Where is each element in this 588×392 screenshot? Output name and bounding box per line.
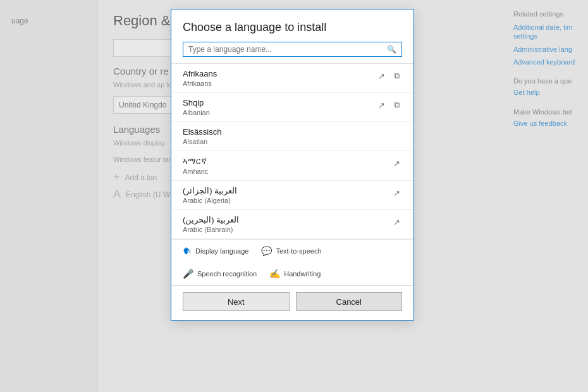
copy-lang-icon: ⧉ bbox=[391, 70, 402, 82]
lang-list-item[interactable]: العربية (الجزائر)Arabic (Algeria)↗ bbox=[171, 181, 413, 210]
lang-capability-icons: ↗⧉ bbox=[376, 99, 402, 111]
lang-capability-icons: ↗ bbox=[391, 216, 402, 228]
lang-native-name: Afrikaans bbox=[183, 80, 217, 87]
lang-native-name: Albanian bbox=[183, 109, 210, 116]
lang-list-item[interactable]: ኣማርኛAmharic↗ bbox=[171, 151, 413, 181]
lang-capability-icons: ↗⧉ bbox=[376, 70, 402, 82]
display-lang-icon: ↗ bbox=[391, 216, 402, 228]
lang-capability-icons: ↗ bbox=[391, 187, 402, 199]
copy-lang-icon: ⧉ bbox=[391, 99, 402, 111]
lang-native-name: Arabic (Bahrain) bbox=[183, 226, 239, 233]
legend-item: 🗣Display language bbox=[183, 246, 248, 256]
cancel-button[interactable]: Cancel bbox=[296, 292, 403, 311]
lang-name: العربية (الجزائر) bbox=[183, 186, 237, 195]
legend-icon: 🎤 bbox=[183, 269, 193, 279]
lang-capability-icons: ↗ bbox=[391, 157, 402, 169]
legend-icon: ✍ bbox=[269, 269, 280, 279]
legend-item: ✍Handwriting bbox=[269, 269, 321, 279]
legend-item: 🎤Speech recognition bbox=[183, 269, 257, 279]
display-lang-icon: ↗ bbox=[391, 187, 402, 199]
next-button[interactable]: Next bbox=[183, 292, 290, 311]
lang-name: Afrikaans bbox=[183, 69, 217, 78]
legend-icon: 💬 bbox=[261, 246, 272, 256]
legend-icon: 🗣 bbox=[183, 246, 192, 256]
language-list: AfrikaansAfrikaans↗⧉ShqipAlbanian↗⧉Elsäs… bbox=[171, 63, 413, 239]
language-install-dialog: Choose a language to install 🔍 Afrikaans… bbox=[171, 9, 414, 321]
legend-label: Display language bbox=[195, 247, 248, 255]
display-lang-icon: ↗ bbox=[376, 70, 387, 82]
language-search-box[interactable]: 🔍 bbox=[183, 42, 402, 57]
lang-native-name: Amharic bbox=[183, 168, 208, 175]
lang-list-item[interactable]: العربية (البحرين)Arabic (Bahrain)↗ bbox=[171, 210, 413, 239]
legend-label: Handwriting bbox=[284, 270, 321, 278]
language-search-input[interactable] bbox=[188, 45, 384, 54]
lang-name: Elsässisch bbox=[183, 127, 221, 137]
dialog-buttons: Next Cancel bbox=[171, 285, 413, 320]
lang-native-name: Arabic (Algeria) bbox=[183, 197, 237, 204]
lang-list-item[interactable]: AfrikaansAfrikaans↗⧉ bbox=[171, 64, 413, 93]
lang-list-item[interactable]: ElsässischAlsatian bbox=[171, 122, 413, 151]
legend-row: 🗣Display language💬Text-to-speech🎤Speech … bbox=[171, 239, 413, 285]
dialog-title: Choose a language to install bbox=[171, 9, 413, 42]
lang-list-item[interactable]: ShqipAlbanian↗⧉ bbox=[171, 93, 413, 122]
lang-name: ኣማርኛ bbox=[183, 156, 208, 166]
legend-label: Speech recognition bbox=[197, 270, 257, 278]
display-lang-icon: ↗ bbox=[391, 157, 402, 169]
legend-label: Text-to-speech bbox=[276, 247, 321, 255]
lang-name: Shqip bbox=[183, 98, 210, 107]
legend-item: 💬Text-to-speech bbox=[261, 246, 321, 256]
display-lang-icon: ↗ bbox=[376, 99, 387, 111]
lang-name: العربية (البحرين) bbox=[183, 215, 239, 224]
lang-native-name: Alsatian bbox=[183, 138, 221, 145]
search-icon: 🔍 bbox=[387, 45, 396, 54]
